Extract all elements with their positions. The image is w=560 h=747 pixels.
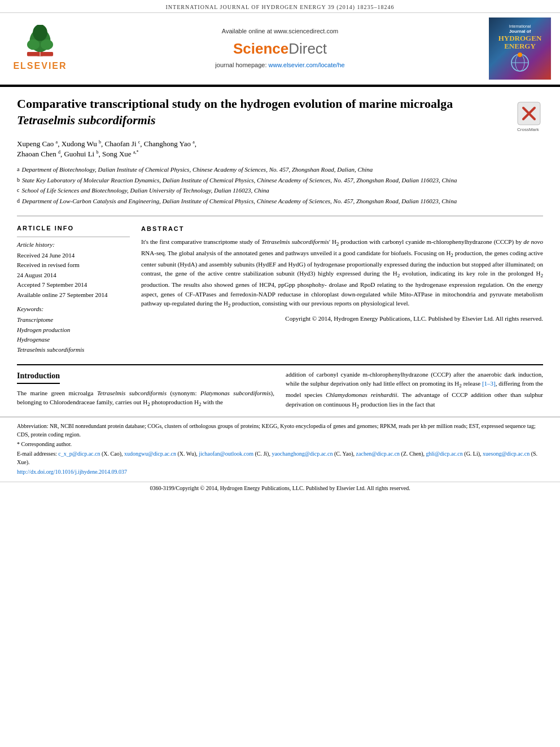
svg-text:CrossMark: CrossMark: [517, 127, 540, 132]
author-zhaoan-chen: Zhaoan Chen d, Guohui Li b, Song Xue a,*: [17, 150, 138, 158]
abstract-text: It's the first comparative transcriptome…: [141, 237, 543, 310]
accepted-date: Accepted 7 September 2014: [17, 281, 130, 289]
abstract-column: ABSTRACT It's the first comparative tran…: [141, 224, 543, 355]
introduction-section: Introduction The marine green microalga …: [0, 370, 560, 411]
crossmark-badge: CrossMark: [515, 99, 543, 128]
homepage-link[interactable]: www.elsevier.com/locate/he: [269, 62, 345, 68]
article-title-container: Comparative transcriptional study on the…: [17, 96, 504, 128]
elsevier-brand-text: ELSEVIER: [13, 60, 67, 72]
sciencedirect-logo: ScienceDirect: [233, 38, 327, 59]
email-li[interactable]: ghli@dicp.ac.cn: [426, 451, 462, 457]
center-header: Available online at www.sciencedirect.co…: [71, 27, 489, 69]
keyword-tetraselmis: Tetraselmis subcordiformis: [17, 346, 130, 354]
affiliations-section: a Department of Biotechnology, Dalian In…: [0, 163, 560, 212]
keyword-hydrogenase: Hydrogenase: [17, 335, 130, 344]
introduction-col1: Introduction The marine green microalga …: [17, 370, 274, 411]
corresponding-author-note: * Corresponding author.: [17, 440, 543, 448]
email-wu[interactable]: xudongwu@dicp.ac.cn: [124, 451, 176, 457]
available-online-date: Available online 27 September 2014: [17, 291, 130, 299]
svg-point-3: [41, 40, 53, 50]
email-chen[interactable]: zachen@dicp.ac.cn: [356, 451, 400, 457]
svg-point-4: [33, 25, 47, 41]
elsevier-logo: ELSEVIER: [9, 25, 71, 72]
article-info-column: ARTICLE INFO Article history: Received 2…: [17, 224, 130, 355]
introduction-text-col1: The marine green microalga Tetraselmis s…: [17, 388, 274, 409]
email-footnote: E-mail addresses: c_x_p@dicp.ac.cn (X. C…: [17, 449, 543, 466]
article-history-label: Article history:: [17, 241, 130, 249]
abstract-heading: ABSTRACT: [141, 224, 543, 234]
affiliation-d: d Department of Low-Carbon Catalysis and…: [17, 196, 543, 206]
authors-section: Xupeng Cao a, Xudong Wu b, Chaofan Ji c,…: [0, 134, 560, 163]
introduction-col2: addition of carbonyl cyanide m-chlorophe…: [286, 370, 543, 411]
keywords-label: Keywords:: [17, 305, 130, 313]
received-revised-date: 24 August 2014: [17, 271, 130, 279]
author-xupeng-cao: Xupeng Cao a, Xudong Wu b, Chaofan Ji c,…: [17, 139, 196, 148]
article-info-heading: ARTICLE INFO: [17, 224, 130, 233]
info-divider: [17, 237, 130, 237]
introduction-text-col2: addition of carbonyl cyanide m-chlorophe…: [286, 370, 543, 411]
introduction-heading: Introduction: [17, 370, 60, 384]
abbreviation-footnote: Abbreviation: NR, NCBI nonredundant prot…: [17, 422, 543, 439]
journal-homepage: journal homepage: www.elsevier.com/locat…: [215, 61, 344, 69]
affiliation-b: b State Key Laboratory of Molecular Reac…: [17, 176, 543, 185]
available-online-text: Available online at www.sciencedirect.co…: [222, 27, 338, 36]
received-date: Received 24 June 2014: [17, 251, 130, 260]
received-revised-label: Received in revised form: [17, 261, 130, 269]
affiliation-c: c School of Life Sciences and Biotechnol…: [17, 186, 543, 195]
journal-cover-image: International Journal of HYDROGENENERGY: [489, 18, 551, 80]
abstract-copyright: Copyright © 2014, Hydrogen Energy Public…: [141, 314, 543, 323]
email-xue[interactable]: xuesong@dicp.ac.cn: [483, 451, 530, 457]
doi-link[interactable]: http://dx.doi.org/10.1016/j.ijhydene.201…: [17, 469, 127, 475]
email-ji[interactable]: jichaofan@outlook.com: [199, 451, 253, 457]
cover-globe-icon: [505, 50, 536, 73]
keyword-hydrogen-production: Hydrogen production: [17, 326, 130, 334]
journal-header-text: INTERNATIONAL JOURNAL OF HYDROGEN ENERGY…: [165, 4, 394, 10]
main-section-divider: [17, 364, 543, 365]
article-info-abstract-section: ARTICLE INFO Article history: Received 2…: [0, 220, 560, 360]
logo-bar: ELSEVIER Available online at www.science…: [0, 13, 560, 85]
ref-link-1-3[interactable]: [1–3]: [482, 380, 496, 387]
keyword-transcriptome: Transcriptome: [17, 316, 130, 324]
email-yao[interactable]: yaochanghong@dicp.ac.cn: [272, 451, 333, 457]
article-title: Comparative transcriptional study on the…: [17, 96, 504, 128]
email-cao[interactable]: c_x_p@dicp.ac.cn: [58, 451, 100, 457]
section-divider-thin: [17, 216, 543, 216]
doi-footnote: http://dx.doi.org/10.1016/j.ijhydene.201…: [17, 468, 543, 476]
bottom-copyright: 0360-3199/Copyright © 2014, Hydrogen Ene…: [0, 482, 560, 497]
footnotes-section: Abbreviation: NR, NCBI nonredundant prot…: [0, 417, 560, 479]
svg-point-2: [27, 40, 40, 50]
journal-header: INTERNATIONAL JOURNAL OF HYDROGEN ENERGY…: [0, 0, 560, 13]
article-title-section: Comparative transcriptional study on the…: [0, 87, 560, 134]
affiliation-a: a Department of Biotechnology, Dalian In…: [17, 165, 543, 174]
elsevier-tree-icon: [20, 25, 60, 59]
